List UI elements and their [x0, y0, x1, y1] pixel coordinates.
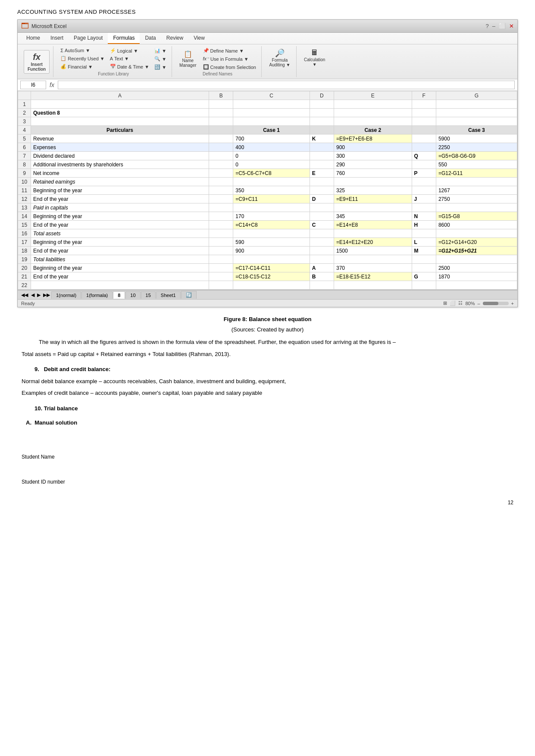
cell-c22[interactable]	[233, 281, 310, 290]
recently-used-button[interactable]: 📋 Recently Used ▼	[59, 55, 106, 62]
cell-e5[interactable]: =E9+E7+E6-E8	[334, 134, 412, 143]
cell-b10[interactable]	[209, 178, 233, 186]
cell-b3[interactable]	[209, 117, 233, 126]
cell-a7[interactable]: Dividend declared	[31, 152, 209, 160]
cell-g8[interactable]: 550	[436, 160, 517, 169]
close-icon[interactable]: ✕	[509, 23, 514, 29]
cell-d13[interactable]	[310, 203, 334, 212]
cell-c16[interactable]	[233, 229, 310, 238]
cell-f7[interactable]: Q	[412, 152, 436, 160]
cell-c21[interactable]: =C18-C15-C12	[233, 272, 310, 281]
cell-a16[interactable]: Total assets	[31, 229, 209, 238]
cell-a12[interactable]: End of the year	[31, 195, 209, 203]
cell-g1[interactable]	[436, 100, 517, 109]
tab-home[interactable]: Home	[21, 33, 45, 44]
cell-c10[interactable]	[233, 178, 310, 186]
cell-c6[interactable]: 400	[233, 143, 310, 152]
cell-b5[interactable]	[209, 134, 233, 143]
sheet-tab-1formala[interactable]: 1(formala)	[81, 291, 113, 299]
cell-b13[interactable]	[209, 203, 233, 212]
cell-c1[interactable]	[233, 100, 310, 109]
cell-a9[interactable]: Net income	[31, 169, 209, 178]
cell-d15[interactable]: C	[310, 221, 334, 229]
cell-f9[interactable]: P	[412, 169, 436, 178]
cell-b18[interactable]	[209, 247, 233, 255]
cell-d9[interactable]: E	[310, 169, 334, 178]
cell-g9[interactable]: =G12-G11	[436, 169, 517, 178]
cell-e13[interactable]	[334, 203, 412, 212]
cell-g13[interactable]	[436, 203, 517, 212]
cell-d22[interactable]	[310, 281, 334, 290]
cell-d10[interactable]	[310, 178, 334, 186]
cell-a10[interactable]: Retained earnings	[31, 178, 209, 186]
cell-e22[interactable]	[334, 281, 412, 290]
define-name-button[interactable]: 📌 Define Name ▼	[201, 47, 258, 54]
date-time-button[interactable]: 📅 Date & Time ▼	[108, 63, 151, 70]
sheet-tab-extra[interactable]: 🔄	[181, 291, 197, 299]
cell-d17[interactable]	[310, 238, 334, 247]
cell-d12[interactable]: D	[310, 195, 334, 203]
cell-g18[interactable]: =G12+G15+G21	[436, 247, 517, 255]
lookup-btn[interactable]: 🔍 ▼	[153, 55, 168, 62]
cell-g7[interactable]: =G5+G8-G6-G9	[436, 152, 517, 160]
math-btn[interactable]: 🔣 ▼	[153, 63, 168, 71]
sheet-nav-back[interactable]: ◀	[30, 292, 36, 298]
cell-g4[interactable]: Case 3	[436, 126, 517, 134]
cell-d6[interactable]	[310, 143, 334, 152]
cell-c2[interactable]	[233, 109, 310, 117]
formula-auditing-button[interactable]: 🔎 FormulaAuditing ▼	[267, 47, 293, 69]
cell-b4[interactable]	[209, 126, 233, 134]
cell-f15[interactable]: H	[412, 221, 436, 229]
cell-g21[interactable]: 1870	[436, 272, 517, 281]
cell-a14[interactable]: Beginning of the year	[31, 212, 209, 221]
cell-b16[interactable]	[209, 229, 233, 238]
tab-review[interactable]: Review	[161, 33, 188, 44]
cell-d1[interactable]	[310, 100, 334, 109]
cell-e2[interactable]	[334, 109, 412, 117]
cell-c20[interactable]: =C17-C14-C11	[233, 264, 310, 272]
cell-b20[interactable]	[209, 264, 233, 272]
cell-e21[interactable]: =E18-E15-E12	[334, 272, 412, 281]
cell-g12[interactable]: 2750	[436, 195, 517, 203]
cell-c14[interactable]: 170	[233, 212, 310, 221]
cell-e14[interactable]: 345	[334, 212, 412, 221]
cell-c8[interactable]: 0	[233, 160, 310, 169]
cell-f16[interactable]	[412, 229, 436, 238]
cell-f13[interactable]	[412, 203, 436, 212]
cell-e11[interactable]: 325	[334, 186, 412, 195]
cell-c18[interactable]: 900	[233, 247, 310, 255]
cell-a1[interactable]	[31, 100, 209, 109]
cell-b17[interactable]	[209, 238, 233, 247]
sheet-tab-1normal[interactable]: 1(normal)	[51, 291, 81, 299]
cell-g5[interactable]: 5900	[436, 134, 517, 143]
help-icon[interactable]: ?	[486, 23, 489, 29]
sheet-nav-fwd[interactable]: ▶	[36, 292, 42, 298]
name-manager-button[interactable]: 📋 NameManager	[177, 49, 198, 69]
cell-f11[interactable]	[412, 186, 436, 195]
cell-e16[interactable]	[334, 229, 412, 238]
cell-f14[interactable]: N	[412, 212, 436, 221]
cell-f19[interactable]	[412, 255, 436, 264]
cell-b19[interactable]	[209, 255, 233, 264]
tab-data[interactable]: Data	[140, 33, 161, 44]
cell-d19[interactable]	[310, 255, 334, 264]
cell-f3[interactable]	[412, 117, 436, 126]
cell-f10[interactable]	[412, 178, 436, 186]
sheet-tab-8[interactable]: 8	[113, 291, 125, 299]
zoom-out-icon[interactable]: –	[477, 301, 480, 306]
cell-c13[interactable]	[233, 203, 310, 212]
cell-f22[interactable]	[412, 281, 436, 290]
tab-formulas[interactable]: Formulas	[108, 33, 140, 44]
zoom-slider[interactable]	[483, 302, 509, 305]
cell-d8[interactable]	[310, 160, 334, 169]
create-from-selection-button[interactable]: 🔲 Create from Selection	[201, 63, 258, 71]
cell-b2[interactable]	[209, 109, 233, 117]
cell-f21[interactable]: G	[412, 272, 436, 281]
cell-f6[interactable]	[412, 143, 436, 152]
cell-e4[interactable]: Case 2	[334, 126, 412, 134]
cell-g3[interactable]	[436, 117, 517, 126]
cell-c5[interactable]: 700	[233, 134, 310, 143]
cell-e9[interactable]: 760	[334, 169, 412, 178]
cell-b9[interactable]	[209, 169, 233, 178]
cell-c3[interactable]	[233, 117, 310, 126]
